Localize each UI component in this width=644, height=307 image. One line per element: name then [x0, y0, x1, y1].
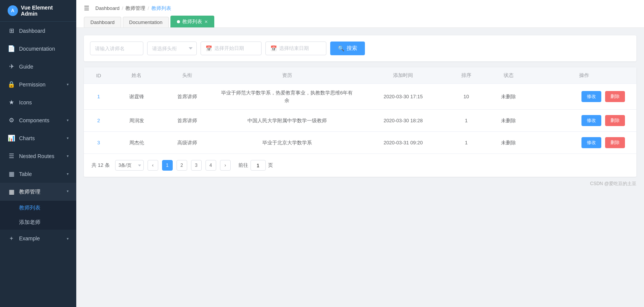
top-bar: ☰ Dashboard / 教师管理 / 教师列表 Dashboard Docu…: [76, 0, 644, 28]
cell-status: 未删除: [485, 110, 532, 132]
breadcrumb-teacher-manage[interactable]: 教师管理: [125, 5, 145, 12]
breadcrumb-sep-1: /: [122, 5, 124, 11]
search-label: 搜索: [347, 45, 357, 52]
teacher-list-label: 教师列表: [19, 205, 40, 211]
cell-id: 1: [84, 84, 113, 110]
content-area: 请选择头衔 首席讲师 高级讲师 📅 选择开始日期 📅 选择结束日期 🔍 搜索: [76, 28, 644, 307]
tab-close-icon[interactable]: ✕: [204, 19, 208, 24]
sidebar-item-label: Components: [19, 117, 67, 123]
col-id: ID: [84, 67, 113, 84]
chevron-up-icon: ▴: [67, 190, 69, 194]
cell-title: 首席讲师: [160, 110, 215, 132]
edit-button[interactable]: 修改: [581, 91, 601, 102]
delete-button[interactable]: 删除: [605, 91, 625, 102]
cell-name: 谢霆锋: [113, 84, 160, 110]
sidebar-item-label: Example: [19, 235, 67, 241]
col-qualification: 资历: [215, 67, 359, 84]
sidebar-logo: A Vue Element Admin: [0, 0, 76, 22]
chevron-down-icon: ▾: [67, 118, 69, 122]
sidebar-item-dashboard[interactable]: ⊞ Dashboard: [0, 22, 76, 40]
page-button-3[interactable]: 3: [191, 160, 202, 171]
sidebar-item-teacher-manage[interactable]: ▦ 教师管理 ▴: [0, 183, 76, 201]
go-to-page: 前往 页: [238, 160, 273, 171]
sidebar-item-example[interactable]: + Example ▾: [0, 230, 76, 247]
chevron-down-icon: ▾: [67, 154, 69, 158]
pagination: 共 12 条 3条/页 5条/页 10条/页 ‹ 1 2 3 4 › 前往 页: [84, 154, 636, 177]
delete-button[interactable]: 删除: [605, 137, 625, 148]
sidebar-sub-teacher: 教师列表 添加老师: [0, 201, 76, 230]
main-area: ☰ Dashboard / 教师管理 / 教师列表 Dashboard Docu…: [76, 0, 644, 307]
edit-button[interactable]: 修改: [581, 137, 601, 148]
cell-order: 1: [447, 132, 485, 154]
start-date-picker[interactable]: 📅 选择开始日期: [201, 42, 262, 55]
tab-label: 教师列表: [182, 18, 202, 25]
cell-order: 10: [447, 84, 485, 110]
col-name: 姓名: [113, 67, 160, 84]
table-row: 3 周杰伦 高级讲师 毕业于北京大学数学系 2020-03-31 09:20 1…: [84, 132, 636, 154]
cell-title: 首席讲师: [160, 84, 215, 110]
sidebar-item-nested-routes[interactable]: ☰ Nested Routes ▾: [0, 147, 76, 165]
title-select[interactable]: 请选择头衔 首席讲师 高级讲师: [147, 42, 197, 55]
cell-action: 修改 删除: [532, 132, 636, 154]
table-icon: ▦: [8, 170, 15, 177]
end-date-picker[interactable]: 📅 选择结束日期: [265, 42, 326, 55]
sidebar-item-label: Charts: [19, 135, 67, 141]
tab-teacher-list[interactable]: 教师列表 ✕: [170, 16, 214, 27]
sidebar-sub-item-teacher-list[interactable]: 教师列表: [0, 201, 76, 215]
calendar-icon: 📅: [270, 45, 277, 51]
edit-button[interactable]: 修改: [581, 115, 601, 126]
sidebar-item-icons[interactable]: ★ Icons: [0, 93, 76, 111]
sidebar-item-guide[interactable]: ✈ Guide: [0, 58, 76, 75]
sidebar-item-components[interactable]: ⚙ Components ▾: [0, 111, 76, 129]
calendar-icon: 📅: [206, 45, 212, 51]
cell-add-time: 2020-03-31 09:20: [359, 132, 447, 154]
tab-dashboard[interactable]: Dashboard: [84, 17, 121, 27]
sidebar-item-label: Table: [19, 171, 67, 177]
page-unit: 页: [268, 162, 273, 169]
sidebar-item-table[interactable]: ▦ Table ▾: [0, 165, 76, 183]
dashboard-icon: ⊞: [8, 27, 15, 34]
cell-qualification: 中国人民大学附属中学数学一级教师: [215, 110, 359, 132]
sidebar-item-permission[interactable]: 🔒 Permission ▾: [0, 75, 76, 93]
sidebar-item-label: Icons: [19, 99, 69, 106]
search-button[interactable]: 🔍 搜索: [330, 42, 365, 55]
next-page-button[interactable]: ›: [220, 160, 231, 171]
gear-icon: ⚙: [8, 117, 15, 124]
cell-id: 2: [84, 110, 113, 132]
sidebar-item-label: Guide: [19, 64, 69, 70]
footer-credit: CSDN @爱吃豆的土豆: [84, 181, 636, 187]
per-page-select[interactable]: 3条/页 5条/页 10条/页: [115, 160, 144, 171]
col-add-time: 添加时间: [359, 67, 447, 84]
breadcrumb-dashboard[interactable]: Dashboard: [95, 5, 120, 11]
sidebar-item-label: Nested Routes: [19, 153, 67, 159]
sidebar-sub-item-add-teacher[interactable]: 添加老师: [0, 215, 76, 230]
delete-button[interactable]: 删除: [605, 115, 625, 126]
pagination-total: 共 12 条: [92, 162, 110, 169]
prev-page-button[interactable]: ‹: [148, 160, 158, 171]
page-number-input[interactable]: [251, 160, 266, 171]
cell-name: 周润发: [113, 110, 160, 132]
page-button-1[interactable]: 1: [162, 160, 173, 171]
page-button-4[interactable]: 4: [206, 160, 216, 171]
sidebar-item-label: Permission: [19, 82, 67, 88]
sidebar-item-label: Documentation: [19, 46, 69, 52]
tab-documentation[interactable]: Documentation: [123, 17, 169, 27]
tab-bar: Dashboard Documentation 教师列表 ✕: [84, 16, 636, 27]
go-label: 前往: [238, 162, 248, 169]
col-order: 排序: [447, 67, 485, 84]
menu-toggle-icon[interactable]: ☰: [84, 5, 89, 12]
sidebar-item-label: 教师管理: [19, 189, 67, 195]
sidebar-item-charts[interactable]: 📊 Charts ▾: [0, 129, 76, 147]
cell-order: 1: [447, 110, 485, 132]
breadcrumb-sep-2: /: [148, 5, 149, 11]
teacher-icon: ▦: [8, 188, 15, 195]
teacher-name-input[interactable]: [90, 42, 143, 55]
filter-bar: 请选择头衔 首席讲师 高级讲师 📅 选择开始日期 📅 选择结束日期 🔍 搜索: [84, 35, 636, 61]
cell-status: 未删除: [485, 84, 532, 110]
chevron-down-icon: ▾: [67, 136, 69, 140]
col-action: 操作: [532, 67, 636, 84]
page-button-2[interactable]: 2: [177, 160, 187, 171]
cell-qualification: 毕业于师范大学数学系，热爱教育事业，执教数学思维6年有余: [215, 84, 359, 110]
tab-dot: [177, 20, 180, 23]
sidebar-item-documentation[interactable]: 📄 Documentation: [0, 40, 76, 58]
